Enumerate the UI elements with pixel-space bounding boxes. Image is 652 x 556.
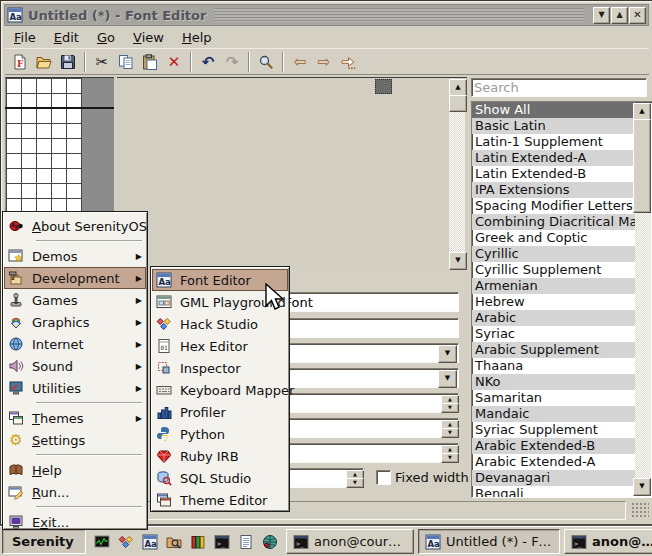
task-button-0[interactable]: >_anon@courage:~/m...: [286, 529, 414, 554]
block-row-cyrillic-supplement[interactable]: Cyrillic Supplement: [472, 262, 636, 278]
delete-button[interactable]: ✕: [162, 50, 186, 74]
menu-item-label: Demos: [32, 249, 134, 264]
start-menu-item-graphics[interactable]: Graphics▶: [4, 311, 146, 333]
dev-menu-item-python[interactable]: Python: [152, 423, 288, 445]
quick-launch-documentation[interactable]: [186, 529, 210, 554]
block-row-bengali[interactable]: Bengali: [472, 486, 636, 498]
forward-button[interactable]: ⇨: [312, 50, 336, 74]
block-row-arabic-extended-a[interactable]: Arabic Extended-A: [472, 454, 636, 470]
block-row-latin-extended-b[interactable]: Latin Extended-B: [472, 166, 636, 182]
dev-menu-item-sql-studio[interactable]: SQL Studio: [152, 467, 288, 489]
minimize-button[interactable]: ▼: [593, 7, 610, 24]
baseline-marker[interactable]: [5, 107, 114, 109]
open-button[interactable]: [32, 50, 56, 74]
block-list-scrollbar-thumb[interactable]: [633, 119, 651, 213]
search-input[interactable]: [474, 81, 642, 94]
spin-down-icon[interactable]: ▼: [441, 403, 459, 413]
start-menu-item-demos[interactable]: Demos▶: [4, 245, 146, 267]
find-button[interactable]: [254, 50, 278, 74]
block-row-arabic-supplement[interactable]: Arabic Supplement: [472, 342, 636, 358]
weight-dropdown-icon[interactable]: ▼: [438, 345, 457, 363]
start-menu-item-about-serenityos[interactable]: About SerenityOS: [4, 215, 146, 237]
block-row-show-all[interactable]: Show All: [472, 102, 636, 118]
block-row-arabic[interactable]: Arabic: [472, 310, 636, 326]
block-row-ipa-extensions[interactable]: IPA Extensions: [472, 182, 636, 198]
back-button[interactable]: ⇦: [288, 50, 312, 74]
selected-glyph-cell[interactable]: [375, 79, 392, 94]
dev-menu-item-profiler[interactable]: Profiler: [152, 401, 288, 423]
maximize-button[interactable]: ▲: [611, 7, 628, 24]
cut-button[interactable]: ✂: [90, 50, 114, 74]
glyph-map-scroll-down-icon[interactable]: ▼: [449, 252, 467, 270]
block-row-syriac[interactable]: Syriac: [472, 326, 636, 342]
block-row-cyrillic[interactable]: Cyrillic: [472, 246, 636, 262]
block-row-thaana[interactable]: Thaana: [472, 358, 636, 374]
quick-launch-find-files[interactable]: [162, 529, 186, 554]
search-field[interactable]: [471, 78, 647, 97]
start-menu-item-sound[interactable]: Sound▶: [4, 355, 146, 377]
save-button[interactable]: [56, 50, 80, 74]
block-row-mandaic[interactable]: Mandaic: [472, 406, 636, 422]
block-row-nko[interactable]: NKo: [472, 374, 636, 390]
paste-button[interactable]: [138, 50, 162, 74]
block-row-spacing-modifier-letters[interactable]: Spacing Modifier Letters: [472, 198, 636, 214]
dev-menu-item-inspector[interactable]: Inspector: [152, 357, 288, 379]
dev-menu-item-ruby-irb[interactable]: Ruby IRB: [152, 445, 288, 467]
start-menu-item-settings[interactable]: ⚙Settings: [4, 429, 146, 451]
start-menu-item-exit[interactable]: Exit...: [4, 511, 146, 533]
block-row-hebrew[interactable]: Hebrew: [472, 294, 636, 310]
block-row-devanagari[interactable]: Devanagari: [472, 470, 636, 486]
start-menu-item-themes[interactable]: Themes▶: [4, 407, 146, 429]
copy-button[interactable]: [114, 50, 138, 74]
dev-menu-item-gml-playground[interactable]: GML Playground: [152, 291, 288, 313]
resize-grip[interactable]: [631, 502, 649, 518]
dev-menu-item-theme-editor[interactable]: Theme Editor: [152, 489, 288, 511]
undo-button[interactable]: ↶: [196, 50, 220, 74]
block-row-arabic-extended-b[interactable]: Arabic Extended-B: [472, 438, 636, 454]
spin-down-icon[interactable]: ▼: [441, 453, 459, 463]
menubar-file[interactable]: File: [5, 29, 45, 46]
start-menu-item-help[interactable]: Help: [4, 459, 146, 481]
start-menu-item-run[interactable]: Run...: [4, 481, 146, 503]
goto-glyph-button[interactable]: [336, 50, 360, 74]
block-list-scroll-down-icon[interactable]: ▼: [633, 478, 651, 496]
unicode-block-list[interactable]: Show AllBasic LatinLatin-1 SupplementLat…: [471, 101, 652, 498]
start-menu-item-development[interactable]: Development▶: [4, 267, 146, 289]
menubar-edit[interactable]: Edit: [45, 29, 88, 46]
slope-dropdown-icon[interactable]: ▼: [438, 370, 457, 388]
block-row-armenian[interactable]: Armenian: [472, 278, 636, 294]
quick-launch-text-editor[interactable]: [234, 529, 258, 554]
quick-launch-web-browser[interactable]: [258, 529, 282, 554]
start-menu-item-utilities[interactable]: Utilities▶: [4, 377, 146, 399]
block-row-latin-1-supplement[interactable]: Latin-1 Supplement: [472, 134, 636, 150]
block-row-syriac-supplement[interactable]: Syriac Supplement: [472, 422, 636, 438]
block-row-combining-diacritical-marks[interactable]: Combining Diacritical Marks: [472, 214, 636, 230]
close-button[interactable]: ✕: [629, 7, 646, 24]
menubar-help[interactable]: Help: [173, 29, 221, 46]
menu-separator: [36, 454, 142, 456]
submenu-arrow-icon: ▶: [136, 340, 142, 349]
block-row-latin-extended-a[interactable]: Latin Extended-A: [472, 150, 636, 166]
title-bar[interactable]: Aa Untitled (*) - Font Editor ▼ ▲ ✕: [4, 4, 649, 26]
menubar-go[interactable]: Go: [88, 29, 124, 46]
block-row-greek-and-coptic[interactable]: Greek and Coptic: [472, 230, 636, 246]
dev-menu-item-font-editor[interactable]: AaFont Editor: [152, 269, 288, 291]
dev-menu-item-hex-editor[interactable]: 01Hex Editor: [152, 335, 288, 357]
block-row-samaritan[interactable]: Samaritan: [472, 390, 636, 406]
fixed-width-checkbox[interactable]: [376, 470, 391, 485]
spin-down-icon[interactable]: ▼: [346, 478, 364, 488]
quick-launch-terminal[interactable]: >_: [210, 529, 234, 554]
block-row-basic-latin[interactable]: Basic Latin: [472, 118, 636, 134]
dev-menu-item-hack-studio[interactable]: Hack Studio: [152, 313, 288, 335]
glyph-map-panel[interactable]: ▲ ▼: [117, 77, 467, 269]
start-menu-item-games[interactable]: Games▶: [4, 289, 146, 311]
start-menu-item-internet[interactable]: Internet▶: [4, 333, 146, 355]
glyph-map-scrollbar-thumb[interactable]: [449, 95, 467, 112]
task-button-1[interactable]: AaUntitled (*) - Font...: [418, 529, 560, 554]
new-font-button[interactable]: F: [8, 50, 32, 74]
task-button-2[interactable]: >_anon@cour: [564, 529, 652, 554]
menubar-view[interactable]: View: [124, 29, 173, 46]
spin-down-icon[interactable]: ▼: [441, 428, 459, 438]
redo-button[interactable]: ↷: [220, 50, 244, 74]
dev-menu-item-keyboard-mapper[interactable]: Keyboard Mapper: [152, 379, 288, 401]
